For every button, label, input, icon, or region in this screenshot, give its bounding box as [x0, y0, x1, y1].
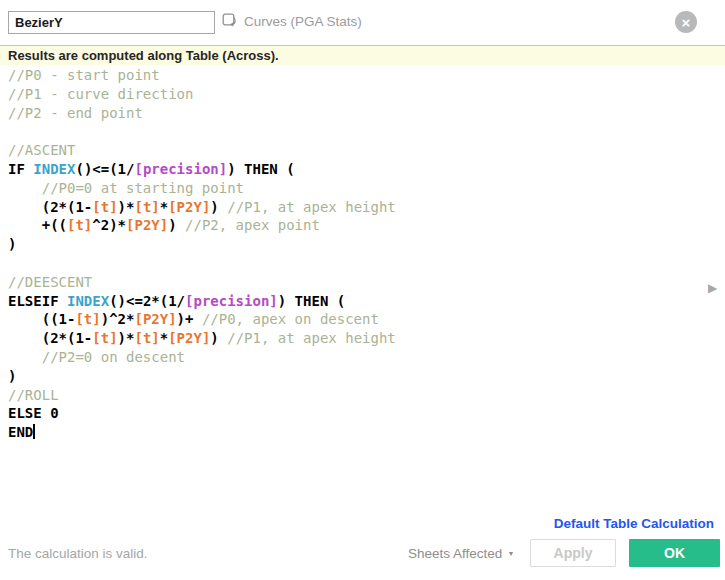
code-line: (2*(1-[t])*[t]*[P2Y]) //P1, at apex heig… [8, 329, 705, 348]
sheets-affected-label: Sheets Affected [408, 546, 502, 561]
close-icon[interactable]: × [675, 11, 697, 33]
code-line [8, 254, 705, 273]
code-line: END [8, 423, 705, 442]
code-line: //P0 - start point [8, 66, 705, 85]
code-line: //ASCENT [8, 141, 705, 160]
code-line: ELSEIF INDEX()<=2*(1/[precision]) THEN ( [8, 292, 705, 311]
validation-status: The calculation is valid. [8, 546, 148, 561]
context-info: Curves (PGA Stats) [222, 13, 362, 29]
code-line: //DEESCENT [8, 273, 705, 292]
code-line: //P2=0 on descent [8, 348, 705, 367]
code-line: IF INDEX()<=(1/[precision]) THEN ( [8, 160, 705, 179]
code-line: ) [8, 367, 705, 386]
sheets-affected-dropdown[interactable]: Sheets Affected ▼ [408, 546, 516, 561]
formula-editor[interactable]: //P0 - start point//P1 - curve direction… [0, 66, 705, 506]
text-caret [33, 424, 35, 439]
code-line: //P1 - curve direction [8, 85, 705, 104]
code-line: //P0=0 at starting point [8, 179, 705, 198]
calculation-editor-dialog: Curves (PGA Stats) × Results are compute… [0, 0, 725, 580]
default-table-calculation-link[interactable]: Default Table Calculation [554, 516, 714, 531]
datasource-icon [222, 13, 238, 29]
expand-pane-icon[interactable]: ▶ [708, 281, 717, 295]
code-line: ((1-[t])^2*[P2Y])+ //P0, apex on descent [8, 310, 705, 329]
calculation-name-input[interactable] [8, 11, 215, 34]
code-line: +(([t]^2)*[P2Y]) //P2, apex point [8, 216, 705, 235]
compute-along-banner: Results are computed along Table (Across… [0, 46, 725, 65]
code-line: ELSE 0 [8, 404, 705, 423]
apply-button[interactable]: Apply [530, 539, 616, 567]
code-line: //ROLL [8, 386, 705, 405]
ok-button[interactable]: OK [629, 539, 720, 567]
code-line: //P2 - end point [8, 104, 705, 123]
code-line: ) [8, 235, 705, 254]
chevron-down-icon: ▼ [508, 550, 515, 558]
code-line: (2*(1-[t])*[t]*[P2Y]) //P1, at apex heig… [8, 198, 705, 217]
context-label: Curves (PGA Stats) [244, 14, 362, 29]
code-line [8, 122, 705, 141]
